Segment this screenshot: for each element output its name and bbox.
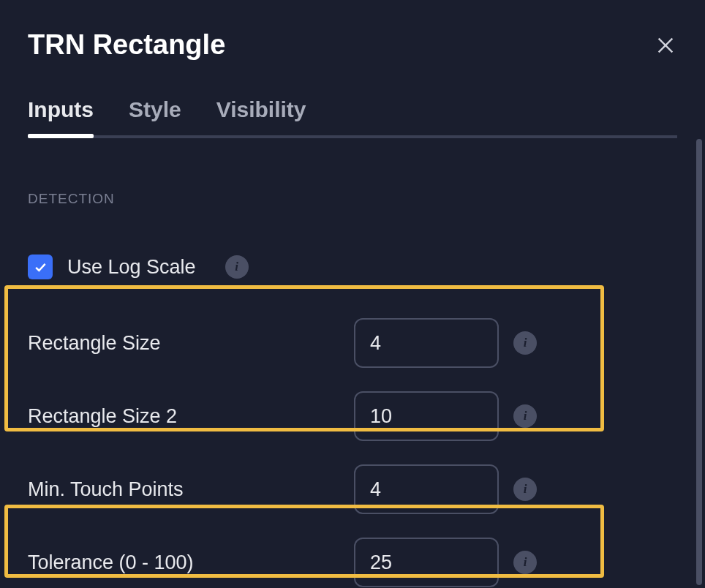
- info-glyph-icon: i: [524, 482, 527, 497]
- input-rectangle-size[interactable]: [354, 318, 499, 368]
- tab-visibility[interactable]: Visibility: [216, 97, 306, 135]
- tab-style[interactable]: Style: [129, 97, 181, 135]
- row-rectangle-size-2: Rectangle Size 2 i: [28, 380, 677, 453]
- info-glyph-icon: i: [524, 409, 527, 423]
- info-glyph-icon: i: [524, 555, 527, 570]
- info-glyph-icon: i: [524, 336, 527, 350]
- input-tolerance[interactable]: [354, 538, 499, 587]
- dialog-header: TRN Rectangle: [28, 29, 677, 61]
- info-icon-use-log-scale[interactable]: i: [225, 255, 249, 279]
- close-icon: [655, 35, 676, 56]
- label-use-log-scale: Use Log Scale: [67, 256, 196, 279]
- input-min-touch-points[interactable]: [354, 464, 499, 514]
- info-glyph-icon: i: [235, 260, 238, 274]
- scrollbar[interactable]: [696, 139, 702, 585]
- checkmark-icon: [33, 260, 48, 274]
- label-rectangle-size-2: Rectangle Size 2: [28, 405, 354, 428]
- dialog-title: TRN Rectangle: [28, 29, 225, 61]
- close-button[interactable]: [654, 34, 677, 57]
- info-icon-rectangle-size-2[interactable]: i: [513, 404, 537, 428]
- checkbox-use-log-scale[interactable]: [28, 255, 53, 279]
- label-min-touch-points: Min. Touch Points: [28, 478, 354, 501]
- row-tolerance: Tolerance (0 - 100) i: [28, 526, 677, 588]
- info-icon-min-touch-points[interactable]: i: [513, 478, 537, 501]
- tab-bar: Inputs Style Visibility: [28, 97, 677, 138]
- input-rectangle-size-2[interactable]: [354, 391, 499, 441]
- info-icon-rectangle-size[interactable]: i: [513, 331, 537, 355]
- row-use-log-scale: Use Log Scale i: [28, 242, 677, 292]
- label-tolerance: Tolerance (0 - 100): [28, 551, 354, 574]
- label-rectangle-size: Rectangle Size: [28, 332, 354, 355]
- row-min-touch-points: Min. Touch Points i: [28, 453, 677, 526]
- tab-inputs[interactable]: Inputs: [28, 97, 94, 135]
- content-area: DETECTION Use Log Scale i Rectangle Size…: [28, 138, 677, 588]
- section-label-detection: DETECTION: [28, 191, 677, 207]
- row-rectangle-size: Rectangle Size i: [28, 306, 677, 380]
- info-icon-tolerance[interactable]: i: [513, 551, 537, 574]
